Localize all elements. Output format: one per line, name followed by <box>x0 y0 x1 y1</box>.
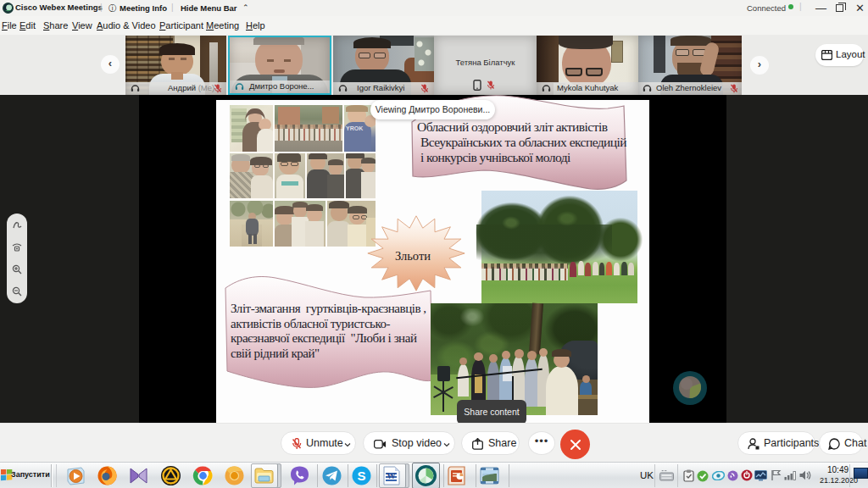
svg-text:W: W <box>387 470 396 480</box>
svg-text:S: S <box>357 469 365 483</box>
